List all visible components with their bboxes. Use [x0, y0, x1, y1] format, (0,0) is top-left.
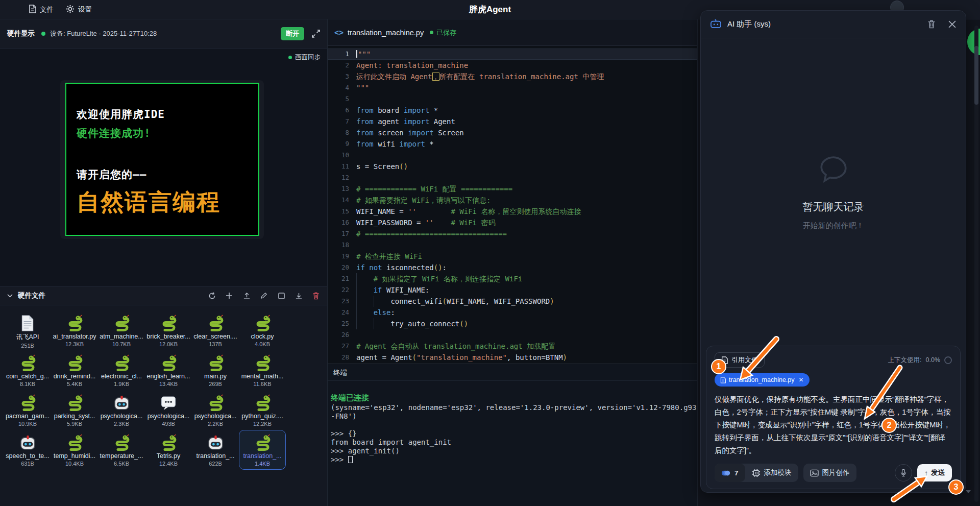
close-icon[interactable]: [947, 20, 957, 29]
file-name: translation_...: [239, 452, 285, 460]
file-name: psychologica...: [145, 413, 191, 420]
file-item[interactable]: electronic_cl...1.9KB: [98, 350, 145, 390]
code-line[interactable]: 17# =================================: [328, 228, 697, 239]
file-item[interactable]: translation_...1.4KB: [239, 430, 286, 470]
file-item[interactable]: drink_remind...5.4KB: [51, 350, 98, 390]
file-item[interactable]: coin_catch_g...8.1KB: [4, 350, 51, 390]
line-number: 25: [328, 318, 349, 329]
code-line[interactable]: 2Agent: translation_machine: [328, 60, 697, 71]
send-button[interactable]: ↑ 发送: [917, 464, 952, 481]
code-line[interactable]: 20if not isconnected():: [328, 262, 697, 273]
add-module-button[interactable]: 添加模块: [745, 464, 798, 482]
file-item[interactable]: ai_translator.py12.3KB: [51, 310, 98, 350]
code-line[interactable]: 4""": [328, 82, 697, 93]
code-line[interactable]: 5: [328, 93, 697, 105]
files-title: 硬件文件: [18, 291, 45, 300]
code-line[interactable]: 13# ============ WiFi 配置 ============: [328, 183, 697, 195]
code-line[interactable]: 7from agent import Agent: [328, 116, 697, 127]
file-item[interactable]: psychologica...493B: [145, 390, 192, 430]
file-item[interactable]: temp_humidi...10.4KB: [51, 430, 98, 470]
code-line[interactable]: 14# 如果需要指定 WiFi，请填写以下信息:: [328, 195, 697, 206]
code-line[interactable]: 16WIFI_PASSWORD = '' # WiFi 密码: [328, 217, 697, 228]
code-line[interactable]: 25 try_auto_connect(): [328, 318, 697, 329]
code-line[interactable]: 15WIFI_NAME = '' # WiFi 名称，留空则使用系统自动连接: [328, 206, 697, 217]
code-text: [356, 239, 697, 251]
line-number: 14: [328, 195, 349, 206]
code-line[interactable]: 10: [328, 150, 697, 161]
file-size: 1.4KB: [239, 461, 285, 467]
message-input[interactable]: 仅做界面优化，保持原有功能不变。主界面正中间显示“翻译神器”字样，白色，2号字体…: [715, 393, 952, 457]
file-item[interactable]: main.py269B: [192, 350, 239, 390]
code-line[interactable]: 6from board import *: [328, 105, 697, 116]
code-line[interactable]: 27# Agent 会自动从 translation_machine.agt 加…: [328, 341, 697, 352]
code-line[interactable]: 26: [328, 329, 697, 341]
file-item[interactable]: psychologica...2.3KB: [98, 390, 145, 430]
line-number: 13: [328, 183, 349, 195]
scrollbar[interactable]: [974, 26, 978, 502]
code-editor[interactable]: 1"""2Agent: translation_machine3运行此文件启动 …: [328, 46, 697, 364]
image-create-button[interactable]: 图片创作: [803, 464, 856, 482]
file-item[interactable]: 讯飞API251B: [4, 310, 51, 350]
stop-icon[interactable]: [277, 292, 285, 300]
refresh-icon[interactable]: [208, 292, 216, 300]
scrollbar-thumb[interactable]: [974, 46, 978, 105]
file-item[interactable]: Tetris.py12.4KB: [145, 430, 192, 470]
terminal-output[interactable]: 终端已连接(sysname='esp32', nodename='esp32',…: [328, 381, 697, 464]
snake-icon: [145, 352, 191, 371]
file-item[interactable]: speech_to_te...631B: [4, 430, 51, 470]
file-item[interactable]: parking_syst...5.9KB: [51, 390, 98, 430]
file-item[interactable]: python_quiz....12.2KB: [239, 390, 286, 430]
code-text: else:: [356, 307, 697, 318]
code-line[interactable]: 18: [328, 239, 697, 251]
code-text: from wifi import *: [356, 138, 697, 150]
file-item[interactable]: translation_...622B: [192, 430, 239, 470]
file-item[interactable]: pacman_gam...10.9KB: [4, 390, 51, 430]
file-item[interactable]: clear_screen....137B: [192, 310, 239, 350]
model-count-button[interactable]: 7: [715, 464, 745, 482]
snake-icon: [192, 392, 238, 411]
code-line[interactable]: 21 # 如果指定了 WiFi 名称，则连接指定 WiFi: [328, 273, 697, 284]
screen-sync-status: 画面同步: [288, 53, 321, 62]
resize-handle-icon: [966, 490, 971, 493]
code-line[interactable]: 11s = Screen(): [328, 161, 697, 172]
upload-icon[interactable]: [242, 292, 251, 300]
trash-icon[interactable]: [927, 20, 936, 29]
download-icon[interactable]: [295, 292, 303, 300]
code-line[interactable]: 23 connect_wifi(WIFI_NAME, WIFI_PASSWORD…: [328, 296, 697, 307]
file-name: parking_syst...: [52, 413, 97, 420]
file-item[interactable]: clock.py4.0KB: [239, 310, 286, 350]
referenced-file-tag[interactable]: translation_machine.py ✕: [715, 373, 810, 387]
remove-tag-icon[interactable]: ✕: [799, 376, 804, 383]
code-line[interactable]: 9from wifi import *: [328, 138, 697, 150]
delete-icon[interactable]: [312, 292, 320, 300]
microphone-button[interactable]: [895, 464, 912, 481]
file-grid: 讯飞API251Bai_translator.py12.3KBatm_machi…: [0, 305, 327, 470]
edit-icon[interactable]: [260, 292, 268, 300]
line-number: 5: [328, 93, 349, 105]
code-line[interactable]: 24 else:: [328, 307, 697, 318]
file-item[interactable]: psychologica...2.2KB: [192, 390, 239, 430]
file-item[interactable]: temperature_...6.5KB: [98, 430, 145, 470]
chevron-down-icon[interactable]: [7, 294, 13, 298]
code-line[interactable]: 1""": [328, 49, 697, 60]
snake-icon: [99, 312, 144, 331]
file-item[interactable]: english_learn...13.4KB: [145, 350, 192, 390]
file-item[interactable]: brick_breaker...12.0KB: [145, 310, 192, 350]
disconnect-button[interactable]: 断开: [281, 27, 304, 40]
file-item[interactable]: mental_math...11.6KB: [239, 350, 286, 390]
terminal-line: >>>: [331, 455, 697, 464]
code-line[interactable]: 28agent = Agent("translation_machine", b…: [328, 352, 697, 363]
file-item[interactable]: atm_machine...10.7KB: [98, 310, 145, 350]
new-file-icon[interactable]: [225, 292, 233, 300]
terminal-line: >>> agent_init(): [331, 447, 697, 455]
terminal-title[interactable]: 终端: [328, 364, 697, 381]
terminal-line: >>> {}: [331, 429, 697, 438]
editor-filename[interactable]: translation_machine.py: [348, 29, 424, 37]
code-line[interactable]: 8from screen import Screen: [328, 127, 697, 138]
code-line[interactable]: 19# 检查并连接 WiFi: [328, 251, 697, 262]
code-line[interactable]: 3运行此文件启动 Agent，所有配置在 translation_machine…: [328, 71, 697, 82]
code-line[interactable]: 22 if WIFI_NAME:: [328, 284, 697, 296]
screen-welcome-text: 欢迎使用胖虎IDE: [77, 107, 258, 122]
expand-icon[interactable]: [312, 30, 320, 38]
code-line[interactable]: 12: [328, 172, 697, 183]
